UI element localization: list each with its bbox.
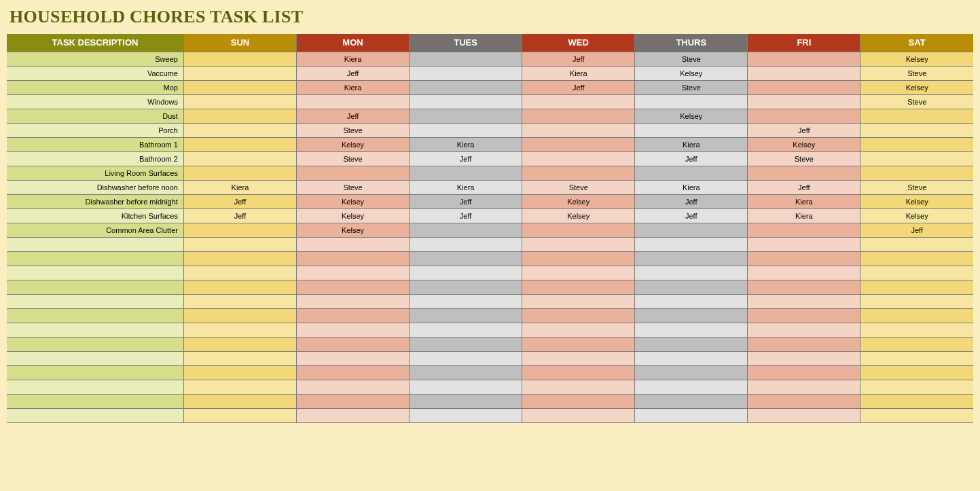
day-cell-sun[interactable] [183,81,296,95]
day-cell-fri[interactable]: Jeff [748,124,860,138]
day-cell-mon[interactable] [297,295,410,309]
day-cell-thurs[interactable] [635,366,748,380]
day-cell-fri[interactable] [748,352,860,366]
day-cell-thurs[interactable] [635,338,748,352]
day-cell-fri[interactable] [748,338,860,352]
day-cell-sat[interactable] [860,366,973,380]
day-cell-thurs[interactable]: Jeff [635,195,748,209]
day-cell-thurs[interactable]: Steve [635,52,748,67]
day-cell-tues[interactable] [410,124,522,138]
day-cell-sat[interactable] [860,124,973,138]
day-cell-sat[interactable] [860,280,973,295]
day-cell-thurs[interactable] [635,395,748,409]
day-cell-tues[interactable] [410,252,522,266]
task-cell[interactable] [7,338,183,352]
day-cell-wed[interactable] [522,152,635,166]
day-cell-mon[interactable]: Steve [297,181,410,195]
day-cell-sun[interactable]: Jeff [183,209,296,223]
day-cell-wed[interactable]: Kelsey [522,195,635,209]
day-cell-mon[interactable] [297,166,410,181]
day-cell-sun[interactable] [183,380,296,395]
day-cell-wed[interactable]: Jeff [522,52,635,67]
day-cell-sun[interactable]: Jeff [183,195,296,209]
day-cell-tues[interactable] [410,409,522,423]
day-cell-fri[interactable] [748,166,860,181]
day-cell-wed[interactable] [522,352,635,366]
day-cell-thurs[interactable] [635,252,748,266]
day-cell-sat[interactable]: Kelsey [860,52,973,67]
day-cell-wed[interactable] [522,280,635,295]
day-cell-wed[interactable] [522,166,635,181]
day-cell-fri[interactable] [748,295,860,309]
day-cell-sat[interactable]: Kelsey [860,209,973,223]
day-cell-wed[interactable] [522,366,635,380]
day-cell-sat[interactable] [860,338,973,352]
day-cell-sat[interactable]: Jeff [860,223,973,238]
day-cell-sun[interactable] [183,166,296,181]
task-cell[interactable] [7,266,183,280]
day-cell-tues[interactable] [410,95,522,109]
day-cell-tues[interactable] [410,309,522,323]
day-cell-fri[interactable]: Kelsey [748,138,860,152]
day-cell-sun[interactable] [183,323,296,338]
day-cell-sat[interactable]: Steve [860,181,973,195]
day-cell-sat[interactable] [860,109,973,124]
day-cell-sat[interactable] [860,166,973,181]
day-cell-tues[interactable]: Kiera [410,181,522,195]
day-cell-sat[interactable] [860,138,973,152]
day-cell-sun[interactable] [183,109,296,124]
task-cell[interactable] [7,409,183,423]
task-cell[interactable]: Bathroom 2 [7,152,183,166]
task-cell[interactable] [7,323,183,338]
day-cell-mon[interactable] [297,238,410,252]
day-cell-wed[interactable] [522,380,635,395]
day-cell-thurs[interactable] [635,409,748,423]
day-cell-mon[interactable]: Kelsey [297,209,410,223]
day-cell-wed[interactable] [522,138,635,152]
task-cell[interactable] [7,366,183,380]
day-cell-tues[interactable] [410,395,522,409]
day-cell-fri[interactable]: Kiera [748,195,860,209]
day-cell-wed[interactable] [522,124,635,138]
task-cell[interactable] [7,295,183,309]
day-cell-thurs[interactable] [635,323,748,338]
day-cell-tues[interactable] [410,266,522,280]
day-cell-sun[interactable] [183,223,296,238]
day-cell-thurs[interactable] [635,380,748,395]
task-cell[interactable]: Bathroom 1 [7,138,183,152]
task-cell[interactable]: Kitchen Surfaces [7,209,183,223]
day-cell-fri[interactable] [748,280,860,295]
day-cell-wed[interactable] [522,309,635,323]
day-cell-mon[interactable]: Jeff [297,67,410,81]
day-cell-mon[interactable] [297,395,410,409]
day-cell-thurs[interactable] [635,95,748,109]
day-cell-thurs[interactable] [635,280,748,295]
day-cell-tues[interactable] [410,352,522,366]
task-cell[interactable]: Vaccume [7,67,183,81]
day-cell-fri[interactable]: Jeff [748,181,860,195]
task-cell[interactable] [7,280,183,295]
task-cell[interactable]: Living Room Surfaces [7,166,183,181]
day-cell-wed[interactable]: Jeff [522,81,635,95]
day-cell-fri[interactable] [748,252,860,266]
day-cell-sat[interactable] [860,395,973,409]
day-cell-wed[interactable] [522,223,635,238]
day-cell-fri[interactable]: Kiera [748,209,860,223]
day-cell-sat[interactable] [860,266,973,280]
day-cell-sat[interactable]: Steve [860,95,973,109]
day-cell-sat[interactable] [860,238,973,252]
day-cell-thurs[interactable] [635,295,748,309]
day-cell-tues[interactable] [410,67,522,81]
day-cell-sat[interactable]: Kelsey [860,195,973,209]
day-cell-sun[interactable] [183,252,296,266]
day-cell-wed[interactable] [522,95,635,109]
day-cell-thurs[interactable]: Kelsey [635,109,748,124]
day-cell-fri[interactable] [748,409,860,423]
day-cell-mon[interactable]: Kelsey [297,195,410,209]
day-cell-thurs[interactable] [635,352,748,366]
task-cell[interactable] [7,395,183,409]
day-cell-tues[interactable] [410,323,522,338]
day-cell-mon[interactable] [297,309,410,323]
day-cell-fri[interactable] [748,109,860,124]
day-cell-thurs[interactable]: Kelsey [635,67,748,81]
